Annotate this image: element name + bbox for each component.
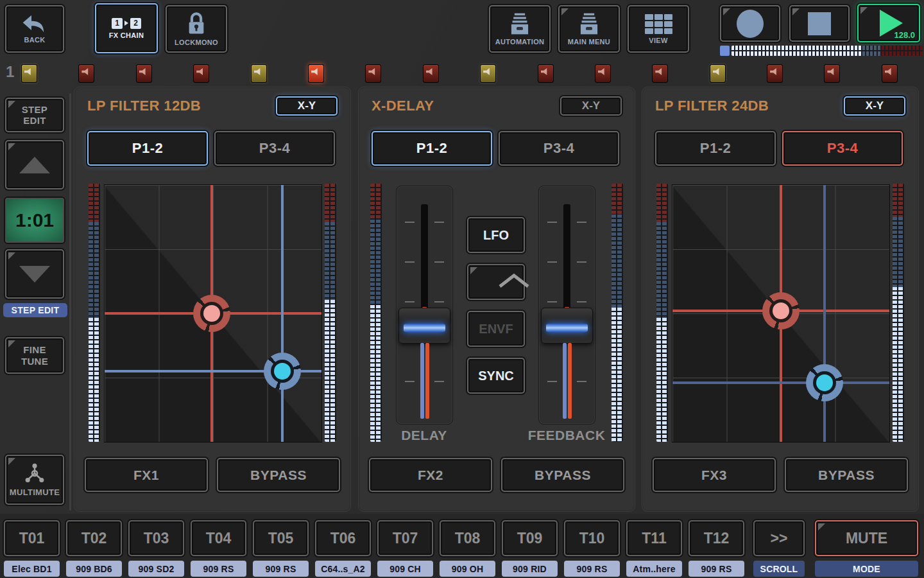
step-edit-button[interactable]: STEP EDIT (5, 98, 64, 132)
mute-indicator[interactable] (365, 64, 381, 83)
back-label: BACK (24, 36, 46, 44)
lock-mono-button[interactable]: LOCKMONO (166, 5, 227, 53)
fx1-select-button[interactable]: FX1 (85, 458, 208, 492)
main-menu-icon (576, 12, 602, 35)
fx-chain-button[interactable]: 1 2 FX CHAIN (95, 3, 158, 53)
fx1-bypass-button[interactable]: BYPASS (217, 458, 340, 492)
handle-glow (404, 324, 445, 332)
fx1-page-p12[interactable]: P1-2 (87, 131, 208, 166)
mute-indicator[interactable] (710, 64, 726, 83)
mute-indicator[interactable] (824, 64, 840, 83)
track-button[interactable]: T05 (253, 520, 309, 556)
fine-tune-button[interactable]: FINE TUNE (5, 337, 64, 374)
track-button[interactable]: T06 (315, 520, 371, 556)
speaker-icon (827, 68, 836, 75)
fx1-page-p34[interactable]: P3-4 (214, 131, 335, 166)
speaker-icon (81, 68, 90, 75)
envf-button[interactable]: ENVF (467, 311, 525, 347)
speaker-icon (655, 68, 664, 75)
mute-indicator[interactable] (538, 64, 554, 83)
mute-indicator[interactable] (251, 64, 267, 83)
fx1-red-puck[interactable] (193, 295, 230, 332)
mute-indicator[interactable] (78, 64, 94, 83)
main-menu-button[interactable]: MAIN MENU (558, 5, 620, 53)
track-name-badge: 909 CH (377, 561, 433, 577)
position-display: 1:01 (5, 198, 64, 243)
multi-mute-icon (22, 462, 47, 487)
tempo-value: 128.0 (894, 30, 915, 40)
speaker-icon (426, 68, 435, 75)
slider-value-stripes (563, 343, 572, 419)
fx2-xy-toggle[interactable]: X-Y (560, 96, 622, 116)
lfo-shape-button[interactable] (467, 264, 525, 300)
mute-indicator[interactable] (308, 64, 324, 83)
track-name-badge: 909 RS (689, 561, 744, 577)
fx3-xy-pad[interactable] (672, 184, 890, 442)
fx3-page-p12[interactable]: P1-2 (655, 131, 776, 166)
song-position-marker (720, 46, 730, 56)
fx3-blue-puck[interactable] (806, 364, 843, 401)
fx2-title: X-DELAY (372, 98, 434, 114)
track-button[interactable]: T04 (191, 520, 246, 556)
mute-indicator[interactable] (423, 64, 439, 83)
fx2-page-p12[interactable]: P1-2 (372, 131, 492, 166)
track-mute-indicator-row (21, 64, 898, 83)
fx2-meter-left (370, 184, 382, 442)
view-grid-icon (645, 14, 672, 34)
track-button[interactable]: T12 (689, 520, 744, 556)
mute-indicator[interactable] (480, 64, 496, 83)
scroll-button[interactable]: >> (753, 520, 805, 556)
speaker-icon (541, 68, 550, 75)
mute-indicator[interactable] (136, 64, 152, 83)
mute-indicator[interactable] (767, 64, 783, 83)
mute-indicator[interactable] (595, 64, 611, 83)
fx2-select-button[interactable]: FX2 (369, 458, 492, 492)
record-button[interactable] (720, 5, 780, 42)
play-button[interactable]: 128.0 (857, 4, 920, 42)
pattern-down-button[interactable] (5, 249, 64, 299)
track-button[interactable]: T01 (4, 520, 60, 556)
slider-groove (421, 204, 428, 311)
fx3-meter-right (893, 184, 904, 442)
track-button[interactable]: T02 (66, 520, 122, 556)
track-button[interactable]: T08 (440, 520, 495, 556)
fx3-bypass-button[interactable]: BYPASS (785, 458, 908, 492)
fx2-page-p34[interactable]: P3-4 (499, 131, 619, 166)
track-t07: T07 909 CH (377, 520, 433, 577)
lfo-button[interactable]: LFO (467, 217, 525, 253)
mode-badge: MODE (815, 561, 918, 577)
fx3-xy-toggle[interactable]: X-Y (844, 96, 905, 116)
fx1-xy-pad[interactable] (104, 184, 322, 442)
fx3-page-p34[interactable]: P3-4 (782, 131, 903, 166)
track-button[interactable]: T09 (502, 520, 558, 556)
mute-indicator[interactable] (193, 64, 209, 83)
fx3-select-button[interactable]: FX3 (653, 458, 776, 492)
multi-mute-button[interactable]: MULTIMUTE (5, 455, 64, 505)
stop-button[interactable] (789, 5, 850, 42)
track-button[interactable]: T03 (128, 520, 184, 556)
bar-number: 1 (6, 63, 14, 81)
pattern-up-button[interactable] (5, 140, 64, 189)
fx1-xy-toggle[interactable]: X-Y (276, 96, 338, 116)
fx2-bypass-button[interactable]: BYPASS (501, 458, 624, 492)
automation-icon (507, 12, 533, 35)
delay-slider-handle[interactable] (398, 308, 450, 344)
feedback-slider[interactable] (538, 186, 595, 425)
mute-mode-button[interactable]: MUTE (815, 520, 918, 556)
fx1-blue-puck[interactable] (264, 353, 301, 390)
mute-indicator[interactable] (882, 64, 898, 83)
track-button[interactable]: T11 (626, 520, 682, 556)
automation-button[interactable]: AUTOMATION (489, 5, 551, 53)
track-button[interactable]: T10 (564, 520, 620, 556)
delay-slider[interactable] (396, 186, 453, 425)
sync-button[interactable]: SYNC (467, 358, 525, 394)
fx3-red-puck[interactable] (762, 292, 800, 329)
slider-value-stripes (420, 343, 429, 419)
mute-indicator[interactable] (652, 64, 668, 83)
mute-indicator[interactable] (21, 64, 37, 83)
track-button[interactable]: T07 (377, 520, 433, 556)
back-button[interactable]: BACK (5, 5, 64, 53)
view-button[interactable]: VIEW (628, 5, 689, 53)
fx-chain-label: FX CHAIN (109, 31, 144, 39)
feedback-slider-handle[interactable] (541, 308, 593, 344)
